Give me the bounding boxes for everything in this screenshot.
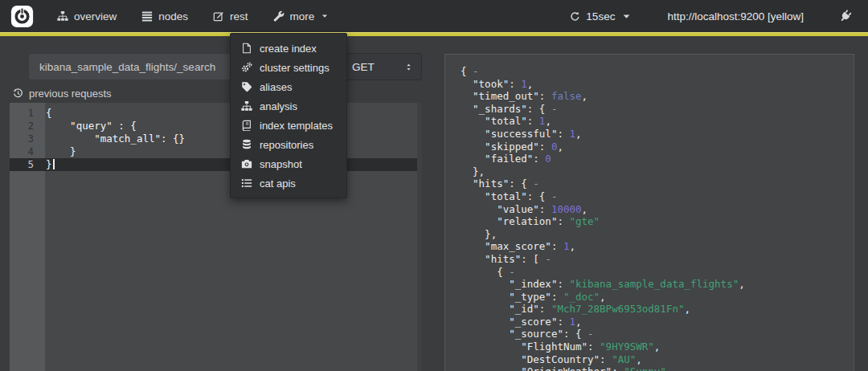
editor-line-2: 2▾ "query" : {: [10, 120, 417, 132]
json-token: "max_score":: [461, 240, 563, 252]
json-token: "Mch7_28BPw6953od81Fn": [551, 303, 685, 315]
json-token: "total":: [461, 115, 539, 127]
editor-code-text: "match_all": {}: [45, 132, 185, 145]
editor-code-text: "query" : {: [45, 120, 137, 132]
menu-item-label: create index: [260, 43, 317, 55]
response-json-line: "_index": "kibana_sample_data_flights",: [461, 278, 854, 291]
json-token: "_shards": {: [461, 103, 551, 115]
json-token: ,: [545, 115, 551, 127]
menu-item-aliases[interactable]: aliases: [231, 77, 346, 96]
nav-item-more[interactable]: more: [273, 10, 330, 22]
tag-icon: [241, 81, 252, 92]
menu-item-cat-apis[interactable]: cat apis: [231, 173, 346, 193]
json-token: ,: [557, 141, 563, 153]
json-token: 1: [569, 128, 575, 140]
menu-item-label: snapshot: [260, 158, 302, 170]
collapse-toggle[interactable]: -: [545, 253, 551, 265]
json-token: "_doc": [563, 291, 600, 303]
menu-item-analysis[interactable]: analysis: [231, 96, 346, 116]
response-json-line: "_shards": { -: [461, 103, 854, 116]
json-token: "9HY9SWR": [600, 340, 654, 353]
fold-caret-icon[interactable]: ▾: [34, 120, 45, 132]
json-token: "DestCountry":: [461, 353, 612, 365]
refresh-interval-dropdown[interactable]: 15sec: [570, 10, 632, 22]
caret-down-icon: [321, 12, 329, 20]
json-token: 10000: [551, 203, 582, 215]
json-token: "hits": {: [461, 177, 533, 190]
collapse-toggle[interactable]: -: [473, 65, 479, 77]
json-token: "_score":: [461, 316, 569, 328]
fold-spacer: [34, 132, 45, 145]
response-json-line: "max_score": 1,: [461, 240, 854, 253]
collapse-toggle[interactable]: -: [533, 177, 539, 190]
menu-item-repositories[interactable]: repositories: [231, 135, 346, 154]
response-json-line: "_type": "_doc",: [461, 291, 854, 304]
json-token: "hits": [: [461, 253, 545, 265]
json-token: "successful":: [461, 128, 569, 140]
host-status[interactable]: http://localhost:9200 [yellow]: [667, 10, 804, 22]
json-token: ,: [684, 303, 690, 315]
response-json-panel[interactable]: { - "took": 1, "timed_out": false, "_sha…: [444, 54, 854, 371]
editor-code-text: }: [45, 145, 76, 158]
request-body-editor[interactable]: 1▾{2▾ "query" : {3 "match_all": {}4 }5}: [10, 103, 422, 371]
cerebro-logo[interactable]: [10, 5, 34, 28]
collapse-toggle[interactable]: -: [509, 266, 515, 278]
menu-item-label: cat apis: [260, 177, 296, 190]
updown-icon: [404, 62, 413, 72]
fold-caret-icon[interactable]: ▾: [34, 107, 45, 120]
menu-item-label: analysis: [260, 100, 297, 112]
menu-item-index-templates[interactable]: index templates: [231, 116, 346, 135]
response-json-line: "relation": "gte": [461, 215, 854, 228]
nav-item-nodes[interactable]: nodes: [141, 10, 188, 22]
json-token: "skipped":: [461, 141, 551, 153]
response-json-line: "OriginWeather": "Sunny",: [461, 365, 854, 371]
response-json-line: "timed_out": false,: [461, 90, 854, 103]
previous-requests-link[interactable]: previous requests: [13, 88, 112, 100]
cluster-status-bar: [0, 32, 868, 36]
json-token: ,: [636, 353, 642, 365]
json-token: },: [461, 165, 485, 177]
response-json-line: "hits": { -: [461, 177, 854, 190]
line-number: 4: [10, 145, 34, 158]
collapse-toggle[interactable]: -: [551, 190, 558, 202]
plug-icon[interactable]: [839, 10, 852, 22]
response-json-line: "hits": [ -: [461, 253, 854, 266]
response-json-line: "FlightNum": "9HY9SWR",: [461, 340, 854, 353]
json-token: ,: [600, 291, 606, 303]
json-token: },: [461, 228, 497, 240]
collapse-toggle[interactable]: -: [588, 328, 594, 340]
editor-code-text: }: [45, 158, 55, 171]
response-json-line: "total": { -: [461, 190, 854, 203]
json-token: "Sunny": [624, 365, 666, 371]
json-token: {: [461, 266, 509, 278]
menu-item-snapshot[interactable]: snapshot: [231, 154, 346, 173]
json-token: "timed_out":: [461, 90, 551, 102]
nav-item-overview[interactable]: overview: [57, 10, 117, 22]
response-json-line: "total": 1,: [461, 115, 854, 128]
nav-item-rest[interactable]: rest: [213, 10, 248, 22]
line-number: 3: [10, 132, 34, 145]
method-select-value: GET: [352, 61, 375, 73]
json-token: "kibana_sample_data_flights": [569, 278, 739, 290]
caret-down-icon: [621, 11, 632, 22]
editor-line-3: 3 "match_all": {}: [10, 132, 417, 145]
json-token: ,: [739, 278, 745, 290]
method-select[interactable]: GET: [343, 53, 422, 80]
json-token: ,: [654, 340, 661, 353]
response-json-line: "DestCountry": "AU",: [461, 353, 854, 366]
response-json-line: "_source": { -: [461, 328, 854, 340]
wrench-icon: [273, 10, 285, 22]
editor-line-4: 4 }: [10, 145, 417, 158]
menu-item-label: repositories: [260, 139, 313, 151]
collapse-toggle[interactable]: -: [551, 103, 558, 115]
fold-spacer: [34, 145, 45, 158]
json-token: ,: [582, 90, 588, 102]
history-icon: [13, 88, 23, 99]
menu-item-cluster-settings[interactable]: cluster settings: [231, 58, 346, 77]
json-token: ,: [569, 240, 575, 252]
more-dropdown-menu: create indexcluster settingsaliasesanaly…: [230, 33, 347, 198]
nav-item-label: overview: [74, 10, 117, 22]
menu-item-create-index[interactable]: create index: [231, 39, 346, 58]
nav-item-label: more: [290, 10, 315, 22]
editor-code-text: {: [45, 107, 52, 120]
